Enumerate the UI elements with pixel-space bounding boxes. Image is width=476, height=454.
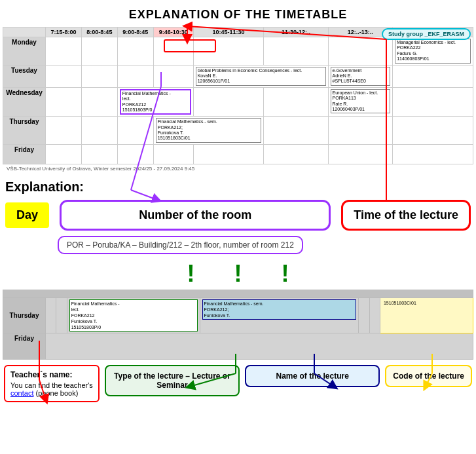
day-monday: Monday (3, 37, 46, 66)
day-tuesday: Tuesday (3, 65, 46, 87)
day-wednesday: Wednesday (3, 87, 46, 117)
cell-wed-2 (81, 87, 117, 117)
col-header-t2: 8:00-8:45 (81, 28, 117, 37)
footnote: VŠB-Technical University of Ostrava, Win… (3, 164, 473, 173)
cell-wed-3: Financial Mathematics -lect.PORKA2121510… (117, 87, 193, 117)
bt-thu-5 (359, 297, 369, 333)
explanation-title: Explanation: (5, 180, 471, 195)
cell-mon-2 (81, 37, 117, 66)
time-box: Time of the lecture (341, 200, 471, 231)
name-box: Name of the lecture (245, 365, 380, 387)
day-friday: Friday (3, 144, 46, 164)
bt-thu-7: 151051803C/01 (380, 297, 473, 333)
cell-thu-7 (393, 117, 473, 145)
bt-thu-1 (46, 297, 56, 333)
bt-fri-empty (46, 333, 473, 360)
room-number-box: Number of the room (60, 200, 331, 231)
room-sub-label: POR – Poruba/KA – Building/212 – 2th flo… (58, 236, 303, 254)
page-title: EXPLANATION OF THE TIMETABLE (0, 0, 476, 27)
teacher-box: Teacher´s name: You can find the teacher… (4, 365, 100, 402)
bt-thu-3: Financial Mathematics -lect.FORKA212Funi… (67, 297, 200, 333)
teacher-desc: You can find the teacher's (10, 381, 93, 389)
cell-fri-3 (117, 144, 153, 164)
col-header-t4: 9:46-10:30 (153, 28, 193, 37)
cell-thu-2 (81, 117, 117, 145)
col-header-t1: 7:15-8:00 (46, 28, 82, 37)
cell-thu-3 (117, 117, 153, 145)
cell-fri-4 (153, 144, 193, 164)
cell-tue-7 (393, 65, 473, 87)
bt-thu-4: Financial Mathematics - sem.FORKA212;Fun… (200, 297, 359, 333)
col-header-t5: 10:45-11:30 (193, 28, 264, 37)
cell-fri-1 (46, 144, 82, 164)
day-box: Day (5, 202, 49, 228)
cell-tue-4 (153, 65, 193, 87)
cell-fri-2 (81, 144, 117, 164)
col-header-t3: 9:00-8:45 (117, 28, 153, 37)
cell-thu-6 (328, 117, 393, 145)
col-header-t6: 11:30-12:.. (264, 28, 328, 37)
cell-fri-6 (264, 144, 328, 164)
bt-thu-2 (56, 297, 67, 333)
cell-tue-3 (117, 65, 153, 87)
bt-friday: Friday (3, 333, 46, 360)
cell-thu-1 (46, 117, 82, 145)
cell-mon-8: Managerial Economics - lect.PORKA222Fadu… (393, 37, 473, 66)
cell-wed-5 (264, 87, 328, 117)
cell-mon-6 (264, 37, 328, 66)
cell-fri-7 (328, 144, 393, 164)
teacher-phone: (phone book) (36, 389, 79, 397)
day-thursday: Thursday (3, 117, 46, 145)
exclamation-2: ! (234, 262, 242, 286)
cell-tue-5: Global Problems in Economic Consequences… (193, 65, 328, 87)
cell-wed-6: European Union - lect.PORKA113Rate R.120… (328, 87, 393, 117)
cell-wed-4 (193, 87, 264, 117)
teacher-title: Teacher´s name: (10, 370, 93, 379)
bt-thu-6 (369, 297, 380, 333)
cell-tue-2 (81, 65, 117, 87)
cell-mon-7 (328, 37, 393, 66)
cell-thu-5 (264, 117, 328, 145)
cell-mon-4 (153, 37, 193, 66)
exclamation-1: ! (187, 262, 195, 286)
cell-fri-8 (393, 144, 473, 164)
code-box: Code of the lecture (385, 365, 472, 387)
cell-tue-6: e-GovernmentAdrieN E.#SPLU5T44SE0 (328, 65, 393, 87)
cell-thu-4: Financial Mathematics - sem.PORKA212;Fun… (153, 117, 264, 145)
cell-wed-1 (46, 87, 82, 117)
cell-tue-1 (46, 65, 82, 87)
type-box: Type of the lecture – Lecture or Seminar (105, 365, 240, 396)
col-header-day (3, 28, 46, 37)
study-group-label: Study group _EKF_ERASM (382, 28, 471, 40)
cell-mon-3 (117, 37, 153, 66)
cell-fri-5 (193, 144, 264, 164)
bt-scroll-hint (3, 290, 473, 297)
cell-wed-7 (393, 87, 473, 117)
exclamation-3: ! (282, 262, 289, 286)
bt-thursday: Thursday (3, 297, 46, 333)
cell-mon-1 (46, 37, 82, 66)
teacher-contact-link[interactable]: contact (10, 389, 33, 397)
cell-mon-5 (193, 37, 264, 66)
